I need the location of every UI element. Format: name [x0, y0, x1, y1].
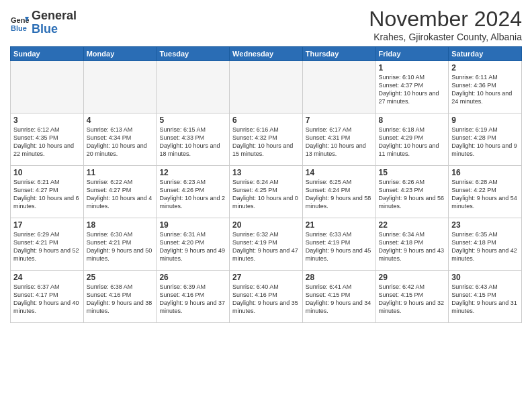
- calendar-week-2: 3Sunrise: 6:12 AMSunset: 4:35 PMDaylight…: [11, 113, 522, 166]
- day-number: 5: [159, 116, 226, 125]
- day-number: 26: [159, 273, 226, 282]
- day-info: Sunrise: 6:41 AMSunset: 4:15 PMDaylight:…: [306, 283, 373, 316]
- day-info: Sunrise: 6:18 AMSunset: 4:29 PMDaylight:…: [379, 126, 446, 158]
- calendar-cell: 3Sunrise: 6:12 AMSunset: 4:35 PMDaylight…: [11, 113, 84, 166]
- calendar-cell: 8Sunrise: 6:18 AMSunset: 4:29 PMDaylight…: [375, 113, 449, 166]
- day-info: Sunrise: 6:43 AMSunset: 4:15 PMDaylight:…: [451, 283, 519, 316]
- calendar-cell: 17Sunrise: 6:29 AMSunset: 4:21 PMDayligh…: [11, 218, 84, 271]
- weekday-header-sunday: Sunday: [11, 47, 84, 61]
- day-info: Sunrise: 6:10 AMSunset: 4:37 PMDaylight:…: [379, 73, 446, 106]
- day-info: Sunrise: 6:19 AMSunset: 4:28 PMDaylight:…: [451, 126, 519, 158]
- calendar-cell: 7Sunrise: 6:17 AMSunset: 4:31 PMDaylight…: [302, 113, 375, 166]
- weekday-header-wednesday: Wednesday: [230, 47, 303, 61]
- day-number: 12: [159, 168, 226, 177]
- day-number: 21: [306, 220, 373, 230]
- day-number: 18: [87, 220, 154, 230]
- day-number: 2: [451, 63, 519, 73]
- day-info: Sunrise: 6:37 AMSunset: 4:17 PMDaylight:…: [13, 283, 81, 316]
- day-number: 23: [451, 220, 519, 230]
- day-number: 30: [451, 273, 519, 282]
- day-number: 16: [451, 168, 519, 177]
- day-number: 25: [87, 273, 154, 282]
- svg-text:Blue: Blue: [11, 24, 27, 32]
- day-info: Sunrise: 6:28 AMSunset: 4:22 PMDaylight:…: [451, 178, 519, 211]
- calendar-cell: 23Sunrise: 6:35 AMSunset: 4:18 PMDayligh…: [449, 218, 522, 271]
- logo-blue-text: Blue: [32, 23, 77, 36]
- day-info: Sunrise: 6:13 AMSunset: 4:34 PMDaylight:…: [87, 126, 154, 158]
- calendar-cell: 11Sunrise: 6:22 AMSunset: 4:27 PMDayligh…: [83, 166, 157, 218]
- calendar-cell: 10Sunrise: 6:21 AMSunset: 4:27 PMDayligh…: [11, 166, 84, 218]
- day-info: Sunrise: 6:35 AMSunset: 4:18 PMDaylight:…: [451, 230, 519, 263]
- calendar-week-4: 17Sunrise: 6:29 AMSunset: 4:21 PMDayligh…: [11, 218, 522, 271]
- calendar-cell: 28Sunrise: 6:41 AMSunset: 4:15 PMDayligh…: [302, 271, 375, 323]
- logo-icon: General Blue: [10, 13, 29, 32]
- calendar-cell: 20Sunrise: 6:32 AMSunset: 4:19 PMDayligh…: [230, 218, 303, 271]
- day-number: 17: [13, 220, 81, 230]
- day-number: 15: [379, 168, 446, 177]
- month-title: November 2024: [369, 7, 522, 32]
- logo: General Blue General Blue: [10, 9, 77, 36]
- calendar-cell: [11, 61, 84, 113]
- calendar-week-5: 24Sunrise: 6:37 AMSunset: 4:17 PMDayligh…: [11, 271, 522, 323]
- calendar-cell: 16Sunrise: 6:28 AMSunset: 4:22 PMDayligh…: [449, 166, 522, 218]
- day-info: Sunrise: 6:11 AMSunset: 4:36 PMDaylight:…: [451, 73, 519, 106]
- calendar-week-1: 1Sunrise: 6:10 AMSunset: 4:37 PMDaylight…: [11, 61, 522, 113]
- calendar-cell: 24Sunrise: 6:37 AMSunset: 4:17 PMDayligh…: [11, 271, 84, 323]
- day-info: Sunrise: 6:12 AMSunset: 4:35 PMDaylight:…: [13, 126, 81, 158]
- day-number: 22: [379, 220, 446, 230]
- day-number: 1: [379, 63, 446, 73]
- day-number: 4: [87, 116, 154, 125]
- calendar-cell: [302, 61, 375, 113]
- calendar-cell: 12Sunrise: 6:23 AMSunset: 4:26 PMDayligh…: [157, 166, 230, 218]
- day-number: 6: [232, 116, 300, 125]
- day-info: Sunrise: 6:38 AMSunset: 4:16 PMDaylight:…: [87, 283, 154, 316]
- calendar-cell: [230, 61, 303, 113]
- day-number: 11: [87, 168, 154, 177]
- main-container: General Blue General Blue November 2024 …: [0, 0, 532, 326]
- day-info: Sunrise: 6:34 AMSunset: 4:18 PMDaylight:…: [379, 230, 446, 263]
- day-info: Sunrise: 6:29 AMSunset: 4:21 PMDaylight:…: [13, 230, 81, 263]
- calendar-cell: 18Sunrise: 6:30 AMSunset: 4:21 PMDayligh…: [83, 218, 157, 271]
- day-info: Sunrise: 6:22 AMSunset: 4:27 PMDaylight:…: [87, 178, 154, 211]
- calendar-cell: 2Sunrise: 6:11 AMSunset: 4:36 PMDaylight…: [449, 61, 522, 113]
- day-info: Sunrise: 6:33 AMSunset: 4:19 PMDaylight:…: [306, 230, 373, 263]
- weekday-header-thursday: Thursday: [302, 47, 375, 61]
- day-number: 27: [232, 273, 300, 282]
- calendar-cell: 14Sunrise: 6:25 AMSunset: 4:24 PMDayligh…: [302, 166, 375, 218]
- calendar-cell: 29Sunrise: 6:42 AMSunset: 4:15 PMDayligh…: [375, 271, 449, 323]
- weekday-header-saturday: Saturday: [449, 47, 522, 61]
- day-number: 19: [159, 220, 226, 230]
- day-info: Sunrise: 6:15 AMSunset: 4:33 PMDaylight:…: [159, 126, 226, 158]
- weekday-header-tuesday: Tuesday: [157, 47, 230, 61]
- day-number: 20: [232, 220, 300, 230]
- calendar-cell: 13Sunrise: 6:24 AMSunset: 4:25 PMDayligh…: [230, 166, 303, 218]
- day-info: Sunrise: 6:21 AMSunset: 4:27 PMDaylight:…: [13, 178, 81, 211]
- calendar-cell: 27Sunrise: 6:40 AMSunset: 4:16 PMDayligh…: [230, 271, 303, 323]
- calendar-body: 1Sunrise: 6:10 AMSunset: 4:37 PMDaylight…: [11, 61, 522, 323]
- day-info: Sunrise: 6:26 AMSunset: 4:23 PMDaylight:…: [379, 178, 446, 211]
- calendar-cell: [157, 61, 230, 113]
- day-number: 29: [379, 273, 446, 282]
- day-number: 24: [13, 273, 81, 282]
- day-info: Sunrise: 6:42 AMSunset: 4:15 PMDaylight:…: [379, 283, 446, 316]
- day-number: 10: [13, 168, 81, 177]
- day-number: 28: [306, 273, 373, 282]
- day-number: 14: [306, 168, 373, 177]
- day-info: Sunrise: 6:39 AMSunset: 4:16 PMDaylight:…: [159, 283, 226, 316]
- day-info: Sunrise: 6:25 AMSunset: 4:24 PMDaylight:…: [306, 178, 373, 211]
- day-info: Sunrise: 6:17 AMSunset: 4:31 PMDaylight:…: [306, 126, 373, 158]
- header: General Blue General Blue November 2024 …: [10, 7, 522, 42]
- calendar-cell: 25Sunrise: 6:38 AMSunset: 4:16 PMDayligh…: [83, 271, 157, 323]
- weekday-header-monday: Monday: [83, 47, 157, 61]
- calendar-cell: 9Sunrise: 6:19 AMSunset: 4:28 PMDaylight…: [449, 113, 522, 166]
- day-info: Sunrise: 6:24 AMSunset: 4:25 PMDaylight:…: [232, 178, 300, 211]
- calendar-cell: 6Sunrise: 6:16 AMSunset: 4:32 PMDaylight…: [230, 113, 303, 166]
- calendar-week-3: 10Sunrise: 6:21 AMSunset: 4:27 PMDayligh…: [11, 166, 522, 218]
- day-info: Sunrise: 6:16 AMSunset: 4:32 PMDaylight:…: [232, 126, 300, 158]
- day-number: 8: [379, 116, 446, 125]
- calendar-cell: 5Sunrise: 6:15 AMSunset: 4:33 PMDaylight…: [157, 113, 230, 166]
- day-number: 7: [306, 116, 373, 125]
- logo-general-text: General: [32, 9, 77, 23]
- calendar-cell: 4Sunrise: 6:13 AMSunset: 4:34 PMDaylight…: [83, 113, 157, 166]
- day-number: 3: [13, 116, 81, 125]
